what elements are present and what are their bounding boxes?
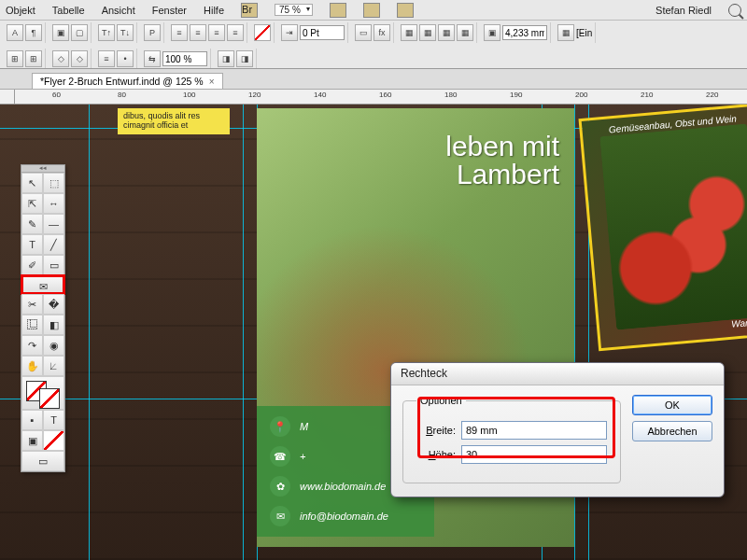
globe-icon: ✿ [270,476,290,497]
menu-fenster[interactable]: Fenster [152,5,187,16]
menu-tabelle[interactable]: Tabelle [52,5,85,16]
close-tab-icon[interactable]: × [209,77,215,87]
pin-icon: 📍 [270,416,290,437]
ruler-origin[interactable] [0,90,15,105]
no-stroke-icon[interactable] [254,24,271,41]
fill-swatch[interactable]: ▣ [52,24,69,41]
zoom-level-dropdown[interactable]: 75 % [275,4,313,16]
align2-icon[interactable]: ≡ [190,24,206,41]
page-tool[interactable]: ⇱ [21,193,43,214]
grid-icon[interactable]: ▦ [557,24,574,41]
view-mode-icon[interactable] [330,3,346,18]
height-label: Höhe: [416,449,456,460]
anchor1-icon[interactable]: ⊞ [7,50,23,67]
corner-icon[interactable]: ▭ [355,24,372,41]
subscript-icon[interactable]: T↓ [117,24,134,41]
options-legend: Optionen [416,395,466,406]
horizontal-ruler[interactable]: 60 80 100 120 140 160 180 190 200 210 22… [15,90,747,105]
gradient-swatch-tool[interactable]: ⿺ [21,315,43,335]
view-mode-toggle[interactable]: ▭ [21,451,64,471]
align4-icon[interactable]: ≡ [227,24,244,41]
gap-tool[interactable]: ↔ [43,193,64,214]
para-panel-icon[interactable]: ¶ [25,24,42,41]
pathop1-icon[interactable]: ◇ [52,50,69,67]
apply-text-icon[interactable]: T [43,410,64,430]
stroke-weight-input[interactable] [300,25,345,40]
menu-ansicht[interactable]: Ansicht [102,5,135,16]
vegetable-banner[interactable]: Gemüseanbau, Obst und Wein Waren au [578,105,747,351]
yellow-note[interactable]: dibus, quodis alit res cimagnit officia … [118,108,230,134]
transform2-icon[interactable]: ◨ [236,50,253,67]
wrap4-icon[interactable]: ▦ [457,24,473,41]
transform1-icon[interactable]: ◨ [218,50,234,67]
search-icon[interactable] [728,4,741,17]
document-tab[interactable]: *Flyer 2-Bruch Entwurf.indd @ 125 % × [32,73,223,89]
content-placer-tool[interactable]: — [43,214,64,234]
width-input[interactable] [461,421,607,440]
percent-input[interactable] [162,51,207,66]
fit-icon[interactable]: ▣ [484,24,500,41]
wrap1-icon[interactable]: ▦ [401,24,417,41]
pen-tool[interactable]: ✐ [21,255,43,275]
ok-button[interactable]: OK [632,395,712,415]
eyedropper-tool[interactable]: ◉ [43,335,64,356]
bridge-icon[interactable]: Br [241,3,258,18]
stroke-swatch[interactable]: ▢ [71,24,88,41]
ein-label: [Ein [576,28,592,38]
wrap3-icon[interactable]: ▦ [438,24,455,41]
indent-icon[interactable]: ⇥ [281,24,298,41]
scissors-tool[interactable]: ✂ [21,294,43,315]
size-input[interactable] [502,25,547,40]
rectangle-frame-tool[interactable]: ✉ [21,274,65,295]
arrange-icon[interactable] [397,3,414,18]
screen-mode-icon[interactable] [363,3,380,18]
guide-vertical[interactable] [89,105,90,560]
dialog-titlebar[interactable]: Rechteck [391,363,724,385]
list-icon[interactable]: ≡ [98,50,115,67]
direct-selection-tool[interactable]: ⬚ [43,173,64,193]
menu-objekt[interactable]: Objekt [6,5,35,16]
tools-panel-grip[interactable]: ◂◂ [21,165,64,173]
content-collector-tool[interactable]: ✎ [21,214,43,234]
align1-icon[interactable]: ≡ [171,24,188,41]
height-input[interactable] [461,445,607,464]
superscript-icon[interactable]: T↑ [98,24,115,41]
document-tab-bar: *Flyer 2-Bruch Entwurf.indd @ 125 % × [0,69,747,90]
type-tool[interactable]: T [21,234,43,255]
options-fieldset: Optionen Breite: Höhe: [402,395,621,483]
zoom-tool[interactable]: ⟀ [43,356,64,376]
pathop2-icon[interactable]: ◇ [71,50,88,67]
char-panel-icon[interactable]: A [7,24,23,41]
banner-caption-bottom: Waren au [731,315,747,329]
fill-stroke-swatch[interactable] [21,376,64,410]
opentype-icon[interactable]: P [144,24,161,41]
align3-icon[interactable]: ≡ [208,24,225,41]
user-name[interactable]: Stefan Riedl [655,5,712,16]
preview-view-icon[interactable] [43,430,64,451]
ruler-tick: 210 [641,91,653,99]
cancel-button[interactable]: Abbrechen [632,421,712,441]
selection-tool[interactable]: ↖ [21,173,43,193]
note-tool[interactable]: ↷ [21,335,43,356]
line-tool[interactable]: ╱ [43,234,64,255]
menu-hilfe[interactable]: Hilfe [204,5,224,16]
guide-vertical[interactable] [243,105,244,560]
ruler-tick: 100 [183,91,195,99]
tab-icon[interactable]: ⇆ [144,50,161,67]
normal-view-icon[interactable]: ▣ [21,430,43,451]
gradient-feather-tool[interactable]: ◧ [43,315,64,335]
fx-icon[interactable]: fx [374,24,390,41]
ruler-tick: 80 [118,91,126,99]
ruler-tick: 200 [575,91,587,99]
wrap2-icon[interactable]: ▦ [419,24,436,41]
phone-icon: ☎ [270,446,290,467]
rectangle-dialog: Rechteck Optionen Breite: Höhe: OK Abbre… [390,362,725,497]
anchor2-icon[interactable]: ⊞ [25,50,42,67]
pencil-tool[interactable]: ▭ [43,255,64,275]
free-transform-tool[interactable]: �⿻ [43,294,64,315]
document-tab-label: *Flyer 2-Bruch Entwurf.indd @ 125 % [40,76,204,87]
tools-panel[interactable]: ◂◂ ↖ ⬚ ⇱ ↔ ✎ — T ╱ ✐ ▭ ✉ ✂ �⿻ ⿺ ◧ ↷ ◉ ✋ … [21,164,65,472]
bullet-icon[interactable]: • [117,50,134,67]
apply-color-icon[interactable]: ▪ [21,410,43,430]
hand-tool[interactable]: ✋ [21,356,43,376]
